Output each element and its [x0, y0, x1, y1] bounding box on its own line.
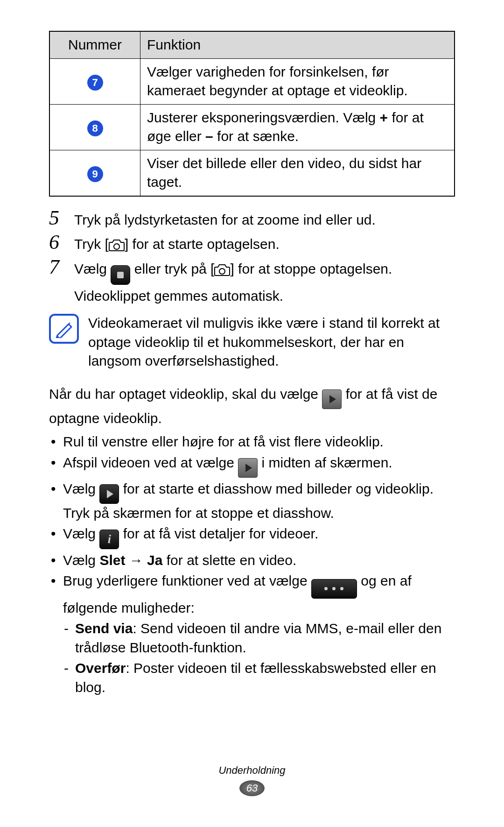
table-header-row: Nummer Funktion [49, 31, 455, 58]
text-fragment: Afspil videoen ved at vælge [63, 455, 238, 470]
step-number: 5 [49, 208, 67, 230]
text-fragment: Vælg [74, 261, 111, 276]
menu-label-ja: Ja [147, 552, 162, 568]
document-page: Nummer Funktion 7 Vælger varigheden for … [0, 0, 504, 827]
number-badge-7: 7 [87, 75, 103, 91]
camera-icon [214, 263, 230, 276]
text-fragment: ] for at stoppe optagelsen. [230, 261, 392, 276]
step-6: 6 Tryk [] for at starte optagelsen. [49, 232, 455, 254]
step-body: Tryk på lydstyrketasten for at zoome ind… [74, 208, 455, 230]
step-continuation: Videoklippet gemmes automatisk. [74, 287, 455, 306]
text-fragment: i midten af skærmen. [258, 455, 392, 470]
row-number-cell: 9 [49, 150, 140, 196]
step-number: 7 [49, 257, 67, 306]
text-fragment: for at sænke. [213, 128, 299, 144]
list-item: Vælg Slet → Ja for at slette en video. [49, 551, 455, 570]
plus-symbol: + [380, 110, 388, 125]
list-item: Afspil videoen ved at vælge i midten af … [49, 453, 455, 478]
slideshow-icon [99, 484, 119, 504]
list-item: Send via: Send videoen til andre via MMS… [63, 619, 455, 657]
step-body: Tryk [] for at starte optagelsen. [74, 232, 455, 254]
text-fragment: for at få vist detaljer for videoer. [119, 526, 318, 541]
text-fragment: Rul til venstre eller højre for at få vi… [63, 434, 384, 449]
list-item: Rul til venstre eller højre for at få vi… [49, 432, 455, 452]
text-fragment: Vælg [63, 552, 99, 568]
step-5: 5 Tryk på lydstyrketasten for at zoome i… [49, 208, 455, 230]
header-number: Nummer [49, 31, 140, 58]
text-fragment: eller tryk på [ [130, 261, 214, 276]
table-row: 7 Vælger varigheden for forsinkelsen, fø… [49, 58, 455, 104]
number-badge-9: 9 [87, 166, 103, 182]
row-function-cell: Justerer eksponeringsværdien. Vælg + for… [140, 104, 455, 150]
note-text: Videokameraet vil muligvis ikke være i s… [88, 314, 455, 371]
step-body: Vælg eller tryk på [] for at stoppe opta… [74, 257, 455, 306]
step-list: 5 Tryk på lydstyrketasten for at zoome i… [49, 208, 455, 306]
after-record-paragraph: Når du har optaget videoklip, skal du væ… [49, 385, 455, 428]
text-fragment: Tryk [ [74, 236, 109, 252]
row-number-cell: 7 [49, 58, 140, 104]
info-icon: i [99, 530, 119, 549]
text-fragment: ] for at starte optagelsen. [125, 236, 280, 252]
stop-icon [111, 265, 130, 285]
note-icon [49, 314, 79, 344]
function-table: Nummer Funktion 7 Vælger varigheden for … [49, 31, 455, 197]
minus-symbol: – [205, 128, 213, 144]
table-row: 9 Viser det billede eller den video, du … [49, 150, 455, 196]
note-block: Videokameraet vil muligvis ikke være i s… [49, 314, 455, 371]
play-thumbnail-icon [238, 458, 258, 478]
sub-list: Send via: Send videoen til andre via MMS… [63, 619, 455, 697]
text-fragment: for at slette en video. [162, 552, 296, 568]
svg-line-0 [59, 323, 70, 334]
bullet-list: Rul til venstre eller højre for at få vi… [49, 432, 455, 697]
play-thumbnail-icon [322, 389, 342, 409]
row-number-cell: 8 [49, 104, 140, 150]
text-fragment: Vælg [63, 481, 99, 496]
arrow-separator: → [125, 552, 147, 568]
camera-icon [109, 239, 125, 252]
text-fragment: Justerer eksponeringsværdien. Vælg [147, 110, 380, 125]
row-function-cell: Viser det billede eller den video, du si… [140, 150, 455, 196]
page-footer: Underholdning 63 [0, 763, 504, 796]
number-badge-8: 8 [87, 120, 103, 136]
list-item: Brug yderligere funktioner ved at vælge … [49, 572, 455, 697]
step-7: 7 Vælg eller tryk på [] for at stoppe op… [49, 257, 455, 306]
list-item: Vælg i for at få vist detaljer for video… [49, 524, 455, 549]
text-fragment: : Poster videoen til et fællesskabswebst… [75, 660, 436, 695]
table-row: 8 Justerer eksponeringsværdien. Vælg + f… [49, 104, 455, 150]
page-number: 63 [239, 780, 265, 796]
list-item: Overfør: Poster videoen til et fællesska… [63, 659, 455, 697]
step-number: 6 [49, 232, 67, 254]
text-fragment: Brug yderligere funktioner ved at vælge [63, 573, 311, 588]
sub-label: Send via [75, 621, 133, 636]
list-item: Vælg for at starte et diasshow med bille… [49, 480, 455, 523]
menu-label-slet: Slet [99, 552, 125, 568]
sub-label: Overfør [75, 660, 126, 676]
text-fragment: Når du har optaget videoklip, skal du væ… [49, 386, 322, 402]
more-icon [311, 579, 357, 599]
row-function-cell: Vælger varigheden for forsinkelsen, før … [140, 58, 455, 104]
section-label: Underholdning [0, 763, 504, 778]
header-function: Funktion [140, 31, 455, 58]
text-fragment: Vælg [63, 526, 99, 541]
